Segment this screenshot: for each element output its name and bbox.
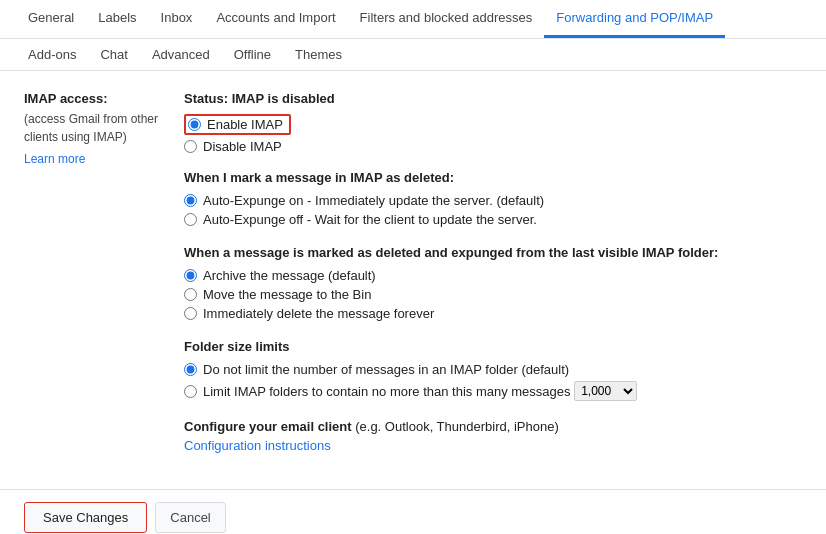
learn-more-link[interactable]: Learn more [24,152,172,166]
expunge-option-2: Immediately delete the message forever [184,306,802,321]
imap-access-desc: (access Gmail from other clients using I… [24,110,172,146]
folder-limit-select[interactable]: 1,000 2,000 5,000 10,000 [574,381,637,401]
expunge-section: When a message is marked as deleted and … [184,245,802,321]
nav-accounts-import[interactable]: Accounts and Import [204,0,347,38]
folder-label-1: Limit IMAP folders to contain no more th… [203,384,571,399]
nav-general[interactable]: General [16,0,86,38]
disable-imap-label: Disable IMAP [203,139,282,154]
main-content: IMAP access: (access Gmail from other cl… [0,71,826,489]
expunge-radio-2[interactable] [184,307,197,320]
enable-imap-highlight: Enable IMAP [184,114,291,135]
footer-buttons: Save Changes Cancel [0,489,826,534]
imap-status-text: Status: IMAP is disabled [184,91,802,106]
deleted-section-header: When I mark a message in IMAP as deleted… [184,170,802,185]
nav-themes[interactable]: Themes [283,39,354,70]
configure-section: Configure your email client (e.g. Outloo… [184,419,802,453]
configure-label-bold: Configure your email client [184,419,352,434]
folder-radio-1[interactable] [184,385,197,398]
deleted-section: When I mark a message in IMAP as deleted… [184,170,802,227]
expunge-option-1: Move the message to the Bin [184,287,802,302]
expunge-option-0: Archive the message (default) [184,268,802,283]
deleted-radio-0[interactable] [184,194,197,207]
expunge-label-2: Immediately delete the message forever [203,306,434,321]
expunge-label-0: Archive the message (default) [203,268,376,283]
expunge-label-1: Move the message to the Bin [203,287,371,302]
configuration-instructions-link[interactable]: Configuration instructions [184,438,802,453]
deleted-option-0: Auto-Expunge on - Immediately update the… [184,193,802,208]
nav-offline[interactable]: Offline [222,39,283,70]
folder-option-0: Do not limit the number of messages in a… [184,362,802,377]
nav-chat[interactable]: Chat [88,39,139,70]
imap-access-label: IMAP access: [24,91,172,106]
deleted-label-0: Auto-Expunge on - Immediately update the… [203,193,544,208]
top-nav: General Labels Inbox Accounts and Import… [0,0,826,39]
disable-imap-radio[interactable] [184,140,197,153]
nav-advanced[interactable]: Advanced [140,39,222,70]
deleted-option-1: Auto-Expunge off - Wait for the client t… [184,212,802,227]
folder-section: Folder size limits Do not limit the numb… [184,339,802,401]
nav-forwarding-pop-imap[interactable]: Forwarding and POP/IMAP [544,0,725,38]
deleted-label-1: Auto-Expunge off - Wait for the client t… [203,212,537,227]
folder-radio-0[interactable] [184,363,197,376]
nav-filters[interactable]: Filters and blocked addresses [348,0,545,38]
left-column: IMAP access: (access Gmail from other cl… [24,91,184,469]
disable-imap-option: Disable IMAP [184,139,802,154]
expunge-radio-0[interactable] [184,269,197,282]
deleted-radio-1[interactable] [184,213,197,226]
enable-imap-radio[interactable] [188,118,201,131]
folder-section-header: Folder size limits [184,339,802,354]
configure-label-normal: (e.g. Outlook, Thunderbird, iPhone) [352,419,559,434]
save-changes-button[interactable]: Save Changes [24,502,147,533]
folder-label-0: Do not limit the number of messages in a… [203,362,569,377]
nav-labels[interactable]: Labels [86,0,148,38]
nav-addons[interactable]: Add-ons [16,39,88,70]
nav-inbox[interactable]: Inbox [149,0,205,38]
folder-option-1: Limit IMAP folders to contain no more th… [184,381,802,401]
expunge-radio-1[interactable] [184,288,197,301]
second-nav: Add-ons Chat Advanced Offline Themes [0,39,826,71]
cancel-button[interactable]: Cancel [155,502,225,533]
right-column: Status: IMAP is disabled Enable IMAP Dis… [184,91,802,469]
expunge-section-header: When a message is marked as deleted and … [184,245,802,260]
enable-imap-option: Enable IMAP [184,114,802,135]
imap-toggle-group: Enable IMAP Disable IMAP [184,114,802,154]
enable-imap-label: Enable IMAP [207,117,283,132]
